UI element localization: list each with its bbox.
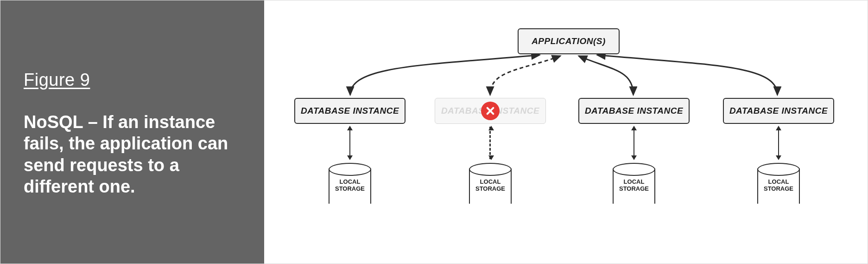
storage-label: LOCALSTORAGE (469, 179, 512, 193)
storage-label: LOCALSTORAGE (757, 179, 800, 193)
database-instance-node: DATABASE INSTANCE (294, 98, 405, 124)
local-storage-node: LOCALSTORAGE (613, 163, 655, 209)
database-instance-node: DATABASE INSTANCE (578, 98, 690, 124)
instance-storage-connector (634, 127, 634, 159)
database-instance-node: DATABASE INSTANCE (723, 98, 834, 124)
storage-label: LOCALSTORAGE (329, 179, 371, 193)
database-instance-node-failed: DATABASE INSTANCE (435, 98, 546, 124)
instance-storage-connector-failed (489, 127, 492, 159)
application-node: APPLICATION(S) (518, 28, 620, 54)
figure-caption-panel: Figure 9 NoSQL – If an instance fails, t… (0, 0, 264, 264)
storage-label: LOCALSTORAGE (613, 179, 655, 193)
figure-number: Figure 9 (24, 70, 236, 90)
instance-storage-connector (349, 127, 350, 159)
figure-description: NoSQL – If an instance fails, the applic… (24, 111, 236, 197)
instance-storage-connector (778, 127, 779, 159)
local-storage-node: LOCALSTORAGE (469, 163, 512, 209)
diagram-canvas: APPLICATION(S) DATABASE INSTANCE DATABAS… (264, 0, 868, 264)
local-storage-node: LOCALSTORAGE (757, 163, 800, 209)
figure-container: Figure 9 NoSQL – If an instance fails, t… (0, 0, 868, 264)
error-icon (481, 102, 500, 120)
local-storage-node: LOCALSTORAGE (329, 163, 371, 209)
